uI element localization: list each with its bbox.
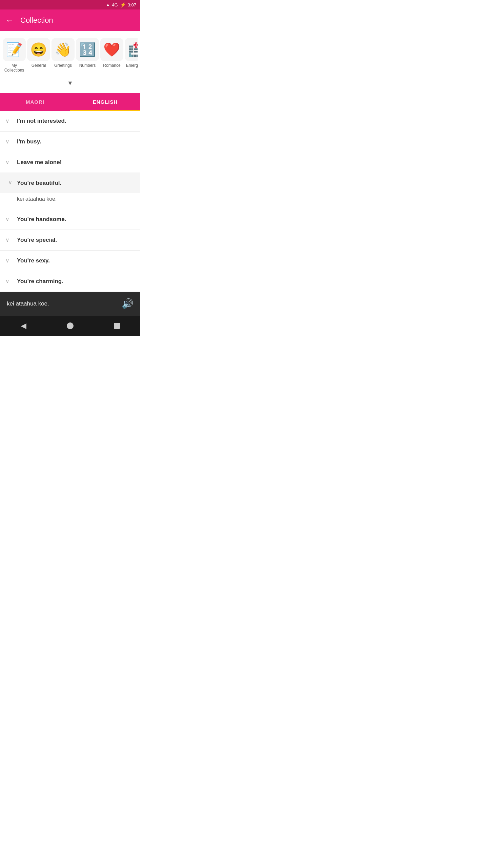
- expand-chevron-icon: ▼: [67, 80, 73, 87]
- expand-categories-button[interactable]: ▼: [3, 77, 138, 90]
- phrase-row-header: ∨ You're charming.: [0, 271, 140, 292]
- status-bar: ▲ 4G ⚡ 3:07: [0, 0, 140, 9]
- tab-bar: MAORIENGLISH: [0, 93, 140, 111]
- phrase-text: You're handsome.: [17, 216, 66, 223]
- phrase-text: Leave me alone!: [17, 159, 62, 166]
- phrase-row-header: ∨ I'm busy.: [0, 132, 140, 152]
- tab-english[interactable]: ENGLISH: [70, 93, 140, 111]
- phrase-row[interactable]: ∨ You're special.: [0, 230, 140, 251]
- nav-home-icon: [67, 322, 74, 329]
- phrase-row-header: ∨ You're handsome.: [0, 209, 140, 230]
- phrase-translation: kei ataahua koe.: [0, 193, 140, 209]
- phrase-chevron-icon: ∨: [5, 278, 12, 284]
- phrase-text: You're sexy.: [17, 257, 50, 264]
- phrase-row[interactable]: ∨ Leave me alone!: [0, 152, 140, 173]
- category-item-emergency[interactable]: 🏥 Emergency: [125, 37, 138, 74]
- nav-back-button[interactable]: ◀: [15, 317, 32, 334]
- category-label-general: General: [32, 63, 46, 68]
- phrase-row-header: ∨ Leave me alone!: [0, 152, 140, 173]
- tab-label-english: ENGLISH: [93, 99, 118, 105]
- back-arrow-icon: ←: [5, 16, 14, 25]
- phrase-row[interactable]: ∨ You're sexy.: [0, 251, 140, 271]
- phrase-chevron-icon: ∨: [5, 237, 12, 243]
- bottom-audio-bar: kei ataahua koe. 🔊: [0, 292, 140, 316]
- phrase-row-header: ∨ You're special.: [0, 230, 140, 250]
- phrase-chevron-icon: ∨: [5, 138, 12, 145]
- phrase-chevron-icon: ∨: [5, 216, 12, 222]
- time-label: 3:07: [128, 2, 136, 7]
- network-label: 4G: [112, 2, 118, 7]
- phrase-text: You're beautiful.: [17, 180, 61, 186]
- phrase-row[interactable]: ∨ I'm busy.: [0, 132, 140, 152]
- phrase-row[interactable]: ∨ I'm not interested.: [0, 111, 140, 132]
- bottom-audio-text: kei ataahua koe.: [7, 300, 49, 307]
- category-label-my-collections: My Collections: [3, 63, 25, 73]
- category-item-greetings[interactable]: 👋 Greetings: [52, 37, 75, 74]
- category-icon-romance: ❤️: [100, 38, 123, 61]
- category-label-emergency: Emergency: [126, 63, 138, 68]
- app-header: ← Collection: [0, 9, 140, 31]
- nav-home-button[interactable]: [62, 317, 79, 334]
- category-bar: 📝 My Collections 😄 General 👋 Greetings 🔢…: [0, 31, 140, 93]
- category-label-romance: Romance: [103, 63, 120, 68]
- phrase-row-header: ∨ I'm not interested.: [0, 111, 140, 131]
- category-icon-numbers: 🔢: [76, 38, 99, 61]
- phrase-list: ∨ I'm not interested. ∨ I'm busy. ∨ Leav…: [0, 111, 140, 292]
- nav-recent-button[interactable]: [108, 317, 125, 334]
- phrase-row-header: ∧ You're beautiful.: [0, 173, 140, 193]
- category-icon-general: 😄: [27, 38, 50, 61]
- category-icon-greetings: 👋: [52, 38, 75, 61]
- category-scroll: 📝 My Collections 😄 General 👋 Greetings 🔢…: [3, 37, 138, 77]
- nav-bar: ◀: [0, 316, 140, 336]
- phrase-row[interactable]: ∧ You're beautiful. kei ataahua koe.: [0, 173, 140, 209]
- nav-back-icon: ◀: [21, 321, 26, 330]
- phrase-chevron-icon: ∨: [5, 159, 12, 165]
- page-title: Collection: [20, 16, 53, 25]
- phrase-chevron-icon: ∨: [5, 118, 12, 124]
- battery-icon: ⚡: [120, 2, 126, 7]
- phrase-row[interactable]: ∨ You're handsome.: [0, 209, 140, 230]
- nav-recent-icon: [114, 323, 120, 329]
- phrase-chevron-icon: ∨: [5, 257, 12, 264]
- category-icon-my-collections: 📝: [3, 38, 26, 61]
- audio-play-button[interactable]: 🔊: [122, 298, 134, 309]
- category-label-numbers: Numbers: [79, 63, 96, 68]
- phrase-text: I'm busy.: [17, 138, 41, 145]
- category-icon-emergency: 🏥: [125, 38, 138, 61]
- back-button[interactable]: ←: [5, 16, 14, 25]
- tab-maori[interactable]: MAORI: [0, 93, 70, 111]
- category-item-numbers[interactable]: 🔢 Numbers: [76, 37, 99, 74]
- category-item-romance[interactable]: ❤️ Romance: [100, 37, 123, 74]
- category-label-greetings: Greetings: [54, 63, 72, 68]
- phrase-text: You're special.: [17, 237, 57, 243]
- phrase-text: I'm not interested.: [17, 118, 66, 124]
- category-item-my-collections[interactable]: 📝 My Collections: [3, 37, 26, 74]
- category-item-general[interactable]: 😄 General: [27, 37, 50, 74]
- network-icon: ▲: [106, 2, 110, 7]
- phrase-chevron-icon: ∧: [5, 180, 12, 186]
- phrase-row-header: ∨ You're sexy.: [0, 251, 140, 271]
- audio-speaker-icon: 🔊: [122, 298, 134, 309]
- phrase-row[interactable]: ∨ You're charming.: [0, 271, 140, 292]
- phrase-text: You're charming.: [17, 278, 63, 285]
- tab-label-maori: MAORI: [26, 99, 44, 105]
